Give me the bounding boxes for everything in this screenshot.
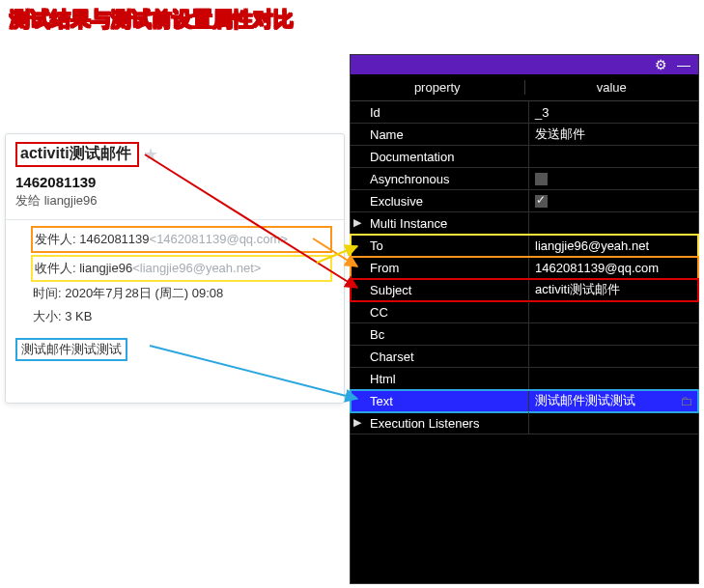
email-to-line: 发给 liangjie96 [15,192,334,210]
email-subject: activiti测试邮件 [15,142,139,167]
email-body-text: 测试邮件测试测试 [15,338,127,361]
prop-text[interactable]: Text 测试邮件测试测试 🗀 [351,390,698,412]
checkbox-icon[interactable] [535,173,548,185]
email-preview-panel: activiti测试邮件 ★ 1462081139 发给 liangjie96 … [5,133,345,404]
email-from-row: 发件人: 1462081139<1462081139@qq.com> [31,226,332,253]
properties-panel: ⚙ — property value Id_3 Name发送邮件 Documen… [350,54,699,584]
divider [6,219,344,220]
email-recipient-row: 收件人: liangjie96<liangjie96@yeah.net> [31,255,332,282]
prop-cc[interactable]: CC [351,301,698,323]
prop-asynchronous[interactable]: Asynchronous [351,168,698,190]
email-sender-id: 1462081139 [15,174,334,190]
header-property: property [351,80,525,95]
email-time-row: 时间: 2020年7月28日 (周二) 09:08 [31,282,332,305]
prop-subject[interactable]: Subjectactiviti测试邮件 [351,279,698,301]
prop-multi-instance[interactable]: ▶ Multi Instance [351,212,698,235]
minimize-icon[interactable]: — [677,58,690,71]
expand-icon[interactable]: ▶ [353,416,361,429]
prop-id[interactable]: Id_3 [351,101,698,124]
prop-to[interactable]: Toliangjie96@yeah.net [351,235,698,257]
page-title: 测试结果与测试前设置属性对比 [10,6,294,33]
checkbox-icon[interactable] [535,195,548,208]
prop-html[interactable]: Html [351,368,698,390]
gear-icon[interactable]: ⚙ [655,58,667,71]
prop-exclusive[interactable]: Exclusive [351,190,698,212]
folder-icon[interactable]: 🗀 [680,394,692,408]
prop-charset[interactable]: Charset [351,346,698,368]
prop-from[interactable]: From1462081139@qq.com [351,257,698,279]
panel-titlebar: ⚙ — [351,55,698,74]
expand-icon[interactable]: ▶ [353,216,361,229]
prop-documentation[interactable]: Documentation [351,146,698,168]
prop-name[interactable]: Name发送邮件 [351,124,698,146]
prop-execution-listeners[interactable]: ▶ Execution Listeners [351,412,698,434]
prop-bc[interactable]: Bc [351,323,698,346]
header-value: value [525,80,699,95]
email-size-row: 大小: 3 KB [31,305,332,328]
properties-header: property value [351,74,698,101]
star-icon[interactable]: ★ [143,146,158,163]
